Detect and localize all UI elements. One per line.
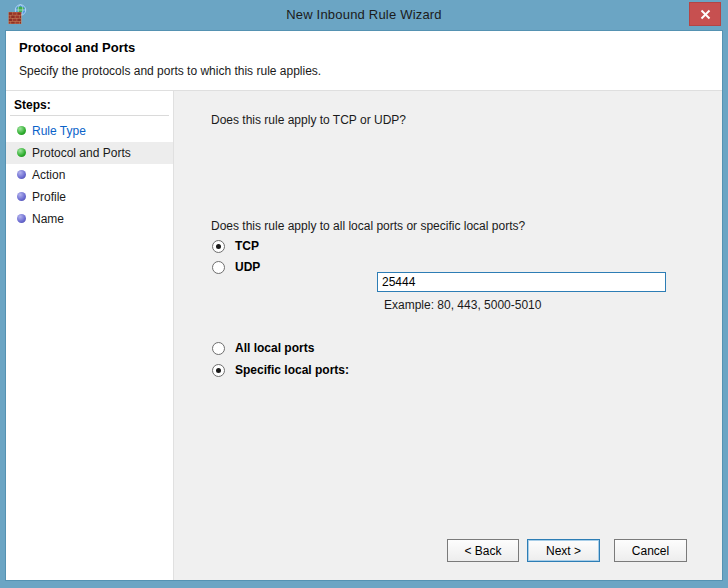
close-button[interactable] [689,2,721,26]
radio-button-icon [212,364,225,377]
radio-tcp-label: TCP [235,239,259,253]
sidebar-item-label: Action [32,168,65,182]
radio-button-icon [212,342,225,355]
radio-udp-label: UDP [235,260,260,274]
protocol-question: Does this rule apply to TCP or UDP? [211,113,406,127]
sidebar-item-label: Profile [32,190,66,204]
steps-divider [10,115,169,116]
steps-heading: Steps: [14,98,51,112]
radio-all-local-ports[interactable]: All local ports [212,340,314,356]
cancel-button[interactable]: Cancel [614,539,687,562]
radio-tcp[interactable]: TCP [212,238,259,254]
sidebar-item-action[interactable]: Action [6,164,173,186]
next-button[interactable]: Next > [527,539,600,562]
step-current-icon [17,148,26,157]
step-upcoming-icon [17,170,26,179]
sidebar-item-label: Name [32,212,64,226]
step-upcoming-icon [17,214,26,223]
page-subtitle: Specify the protocols and ports to which… [19,64,321,78]
radio-udp[interactable]: UDP [212,259,260,275]
titlebar[interactable]: New Inbound Rule Wizard [0,0,728,31]
radio-all-ports-label: All local ports [235,341,314,355]
step-visited-icon [17,126,26,135]
close-icon [700,9,711,20]
steps-sidebar: Steps: Rule Type Protocol and Ports Acti… [6,91,174,580]
wizard-body: Steps: Rule Type Protocol and Ports Acti… [6,91,722,580]
step-upcoming-icon [17,192,26,201]
specific-ports-input[interactable] [377,272,666,292]
radio-specific-local-ports[interactable]: Specific local ports: [212,362,349,378]
wizard-header: Protocol and Ports Specify the protocols… [6,31,722,91]
dialog-frame: Protocol and Ports Specify the protocols… [6,31,722,580]
wizard-content: Does this rule apply to TCP or UDP? TCP … [174,91,722,580]
window-title: New Inbound Rule Wizard [0,7,728,22]
ports-example-text: Example: 80, 443, 5000-5010 [384,298,541,312]
radio-button-icon [212,240,225,253]
radio-specific-ports-label: Specific local ports: [235,363,349,377]
sidebar-item-label: Rule Type [32,124,86,138]
ports-question: Does this rule apply to all local ports … [211,219,525,233]
sidebar-item-name[interactable]: Name [6,208,173,230]
sidebar-item-rule-type[interactable]: Rule Type [6,120,173,142]
back-button[interactable]: < Back [447,539,519,562]
page-title: Protocol and Ports [19,40,135,55]
sidebar-item-protocol-and-ports[interactable]: Protocol and Ports [6,142,173,164]
sidebar-item-profile[interactable]: Profile [6,186,173,208]
radio-button-icon [212,261,225,274]
sidebar-item-label: Protocol and Ports [32,146,131,160]
